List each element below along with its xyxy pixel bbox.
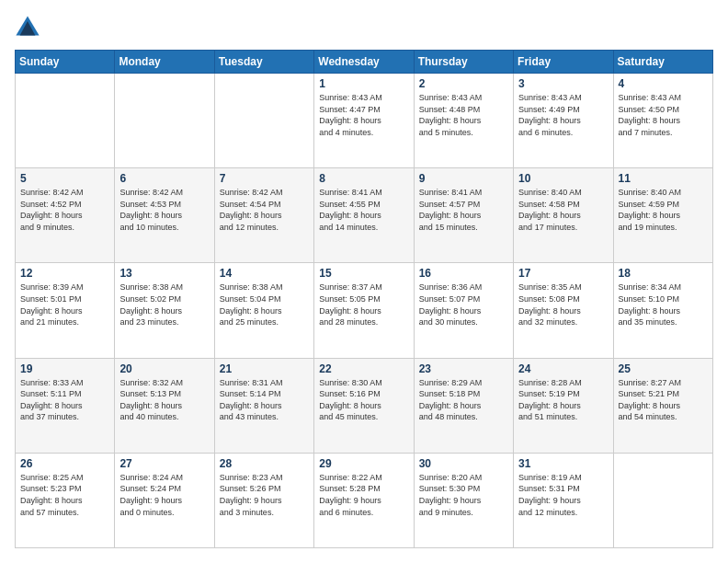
day-number: 7	[220, 172, 309, 185]
day-number: 3	[518, 77, 608, 90]
calendar-cell: 7Sunrise: 8:42 AM Sunset: 4:54 PM Daylig…	[214, 168, 313, 263]
weekday-header: Tuesday	[214, 51, 313, 74]
calendar-cell: 1Sunrise: 8:43 AM Sunset: 4:47 PM Daylig…	[314, 74, 414, 168]
cell-info: Sunrise: 8:43 AM Sunset: 4:47 PM Dayligh…	[319, 92, 408, 138]
calendar-cell: 27Sunrise: 8:24 AM Sunset: 5:24 PM Dayli…	[115, 453, 214, 547]
calendar-cell: 28Sunrise: 8:23 AM Sunset: 5:26 PM Dayli…	[214, 453, 313, 547]
calendar-cell: 25Sunrise: 8:27 AM Sunset: 5:21 PM Dayli…	[613, 358, 712, 453]
day-number: 15	[319, 267, 408, 280]
logo-icon	[15, 15, 40, 40]
cell-info: Sunrise: 8:19 AM Sunset: 5:31 PM Dayligh…	[518, 472, 608, 518]
day-number: 24	[518, 362, 608, 375]
cell-info: Sunrise: 8:36 AM Sunset: 5:07 PM Dayligh…	[419, 282, 508, 327]
calendar-week-row: 26Sunrise: 8:25 AM Sunset: 5:23 PM Dayli…	[16, 453, 713, 547]
cell-info: Sunrise: 8:25 AM Sunset: 5:23 PM Dayligh…	[20, 472, 109, 518]
day-number: 10	[518, 172, 608, 185]
weekday-row: SundayMondayTuesdayWednesdayThursdayFrid…	[16, 51, 713, 74]
day-number: 20	[119, 362, 209, 375]
day-number: 27	[119, 457, 209, 470]
day-number: 8	[319, 172, 408, 185]
calendar-cell: 11Sunrise: 8:40 AM Sunset: 4:59 PM Dayli…	[613, 168, 712, 263]
calendar-cell: 31Sunrise: 8:19 AM Sunset: 5:31 PM Dayli…	[514, 453, 613, 547]
day-number: 1	[319, 77, 408, 90]
calendar-body: 1Sunrise: 8:43 AM Sunset: 4:47 PM Daylig…	[16, 74, 713, 548]
calendar-cell: 10Sunrise: 8:40 AM Sunset: 4:58 PM Dayli…	[514, 168, 613, 263]
day-number: 22	[319, 362, 408, 375]
calendar-header: SundayMondayTuesdayWednesdayThursdayFrid…	[16, 51, 713, 74]
day-number: 30	[419, 457, 508, 470]
day-number: 18	[619, 267, 708, 280]
calendar-cell: 8Sunrise: 8:41 AM Sunset: 4:55 PM Daylig…	[314, 168, 414, 263]
day-number: 6	[119, 172, 209, 185]
calendar-cell: 29Sunrise: 8:22 AM Sunset: 5:28 PM Dayli…	[314, 453, 414, 547]
day-number: 11	[619, 172, 708, 185]
calendar-cell: 30Sunrise: 8:20 AM Sunset: 5:30 PM Dayli…	[414, 453, 513, 547]
cell-info: Sunrise: 8:38 AM Sunset: 5:02 PM Dayligh…	[119, 282, 209, 327]
cell-info: Sunrise: 8:30 AM Sunset: 5:16 PM Dayligh…	[319, 377, 408, 423]
calendar-cell	[214, 74, 313, 168]
day-number: 16	[419, 267, 508, 280]
calendar-cell: 26Sunrise: 8:25 AM Sunset: 5:23 PM Dayli…	[16, 453, 115, 547]
calendar-cell: 2Sunrise: 8:43 AM Sunset: 4:48 PM Daylig…	[414, 74, 513, 168]
calendar-cell: 14Sunrise: 8:38 AM Sunset: 5:04 PM Dayli…	[214, 263, 313, 358]
calendar-week-row: 5Sunrise: 8:42 AM Sunset: 4:52 PM Daylig…	[16, 168, 713, 263]
cell-info: Sunrise: 8:40 AM Sunset: 4:59 PM Dayligh…	[619, 187, 708, 233]
cell-info: Sunrise: 8:42 AM Sunset: 4:52 PM Dayligh…	[20, 187, 109, 233]
calendar-cell: 22Sunrise: 8:30 AM Sunset: 5:16 PM Dayli…	[314, 358, 414, 453]
day-number: 31	[518, 457, 608, 470]
calendar-cell: 3Sunrise: 8:43 AM Sunset: 4:49 PM Daylig…	[514, 74, 613, 168]
weekday-header: Thursday	[414, 51, 513, 74]
cell-info: Sunrise: 8:38 AM Sunset: 5:04 PM Dayligh…	[220, 282, 309, 327]
calendar-cell: 17Sunrise: 8:35 AM Sunset: 5:08 PM Dayli…	[514, 263, 613, 358]
day-number: 21	[220, 362, 309, 375]
day-number: 2	[419, 77, 508, 90]
day-number: 26	[20, 457, 109, 470]
calendar-week-row: 19Sunrise: 8:33 AM Sunset: 5:11 PM Dayli…	[16, 358, 713, 453]
day-number: 14	[220, 267, 309, 280]
cell-info: Sunrise: 8:43 AM Sunset: 4:50 PM Dayligh…	[619, 92, 708, 138]
weekday-header: Wednesday	[314, 51, 414, 74]
day-number: 9	[419, 172, 508, 185]
calendar-cell: 12Sunrise: 8:39 AM Sunset: 5:01 PM Dayli…	[16, 263, 115, 358]
cell-info: Sunrise: 8:33 AM Sunset: 5:11 PM Dayligh…	[20, 377, 109, 423]
calendar: SundayMondayTuesdayWednesdayThursdayFrid…	[15, 50, 713, 548]
weekday-header: Saturday	[613, 51, 712, 74]
cell-info: Sunrise: 8:27 AM Sunset: 5:21 PM Dayligh…	[619, 377, 708, 423]
logo	[15, 15, 44, 40]
day-number: 25	[619, 362, 708, 375]
cell-info: Sunrise: 8:43 AM Sunset: 4:48 PM Dayligh…	[419, 92, 508, 138]
calendar-cell: 6Sunrise: 8:42 AM Sunset: 4:53 PM Daylig…	[115, 168, 214, 263]
calendar-cell: 24Sunrise: 8:28 AM Sunset: 5:19 PM Dayli…	[514, 358, 613, 453]
cell-info: Sunrise: 8:31 AM Sunset: 5:14 PM Dayligh…	[220, 377, 309, 423]
header	[15, 15, 713, 40]
cell-info: Sunrise: 8:41 AM Sunset: 4:55 PM Dayligh…	[319, 187, 408, 233]
cell-info: Sunrise: 8:24 AM Sunset: 5:24 PM Dayligh…	[119, 472, 209, 518]
day-number: 5	[20, 172, 109, 185]
calendar-cell	[16, 74, 115, 168]
calendar-cell	[613, 453, 712, 547]
calendar-cell: 13Sunrise: 8:38 AM Sunset: 5:02 PM Dayli…	[115, 263, 214, 358]
cell-info: Sunrise: 8:35 AM Sunset: 5:08 PM Dayligh…	[518, 282, 608, 327]
cell-info: Sunrise: 8:42 AM Sunset: 4:53 PM Dayligh…	[119, 187, 209, 233]
calendar-cell: 15Sunrise: 8:37 AM Sunset: 5:05 PM Dayli…	[314, 263, 414, 358]
cell-info: Sunrise: 8:34 AM Sunset: 5:10 PM Dayligh…	[619, 282, 708, 327]
calendar-cell: 5Sunrise: 8:42 AM Sunset: 4:52 PM Daylig…	[16, 168, 115, 263]
calendar-cell: 19Sunrise: 8:33 AM Sunset: 5:11 PM Dayli…	[16, 358, 115, 453]
calendar-cell: 4Sunrise: 8:43 AM Sunset: 4:50 PM Daylig…	[613, 74, 712, 168]
day-number: 4	[619, 77, 708, 90]
calendar-cell: 18Sunrise: 8:34 AM Sunset: 5:10 PM Dayli…	[613, 263, 712, 358]
cell-info: Sunrise: 8:23 AM Sunset: 5:26 PM Dayligh…	[220, 472, 309, 518]
cell-info: Sunrise: 8:32 AM Sunset: 5:13 PM Dayligh…	[119, 377, 209, 423]
calendar-cell: 23Sunrise: 8:29 AM Sunset: 5:18 PM Dayli…	[414, 358, 513, 453]
cell-info: Sunrise: 8:20 AM Sunset: 5:30 PM Dayligh…	[419, 472, 508, 518]
day-number: 17	[518, 267, 608, 280]
day-number: 13	[119, 267, 209, 280]
cell-info: Sunrise: 8:41 AM Sunset: 4:57 PM Dayligh…	[419, 187, 508, 233]
cell-info: Sunrise: 8:40 AM Sunset: 4:58 PM Dayligh…	[518, 187, 608, 233]
cell-info: Sunrise: 8:29 AM Sunset: 5:18 PM Dayligh…	[419, 377, 508, 423]
calendar-cell: 16Sunrise: 8:36 AM Sunset: 5:07 PM Dayli…	[414, 263, 513, 358]
day-number: 23	[419, 362, 508, 375]
calendar-cell	[115, 74, 214, 168]
cell-info: Sunrise: 8:43 AM Sunset: 4:49 PM Dayligh…	[518, 92, 608, 138]
cell-info: Sunrise: 8:28 AM Sunset: 5:19 PM Dayligh…	[518, 377, 608, 423]
